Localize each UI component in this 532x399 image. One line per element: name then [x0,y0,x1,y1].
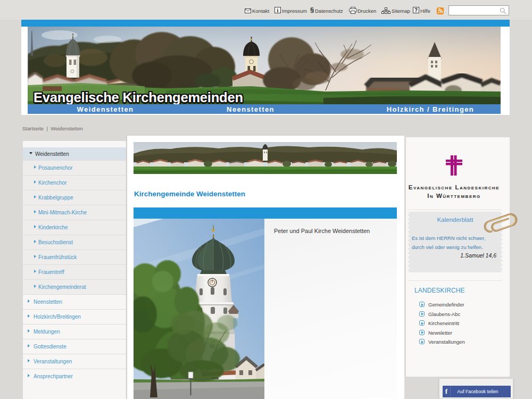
svg-text:i: i [277,7,279,13]
svg-text:?: ? [414,7,418,13]
